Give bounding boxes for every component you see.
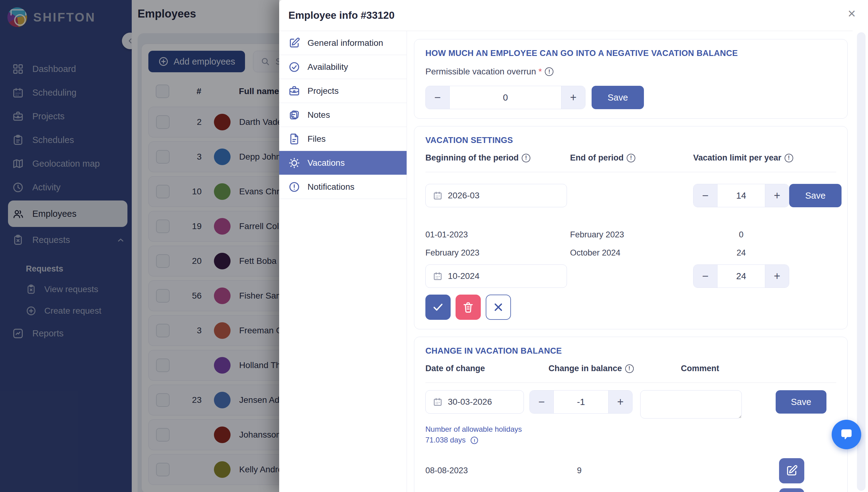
- overrun-value[interactable]: 0: [450, 86, 561, 109]
- increment-button[interactable]: +: [608, 391, 632, 413]
- x-icon: [492, 301, 505, 313]
- limit-controls: − 14 + Save: [693, 184, 847, 207]
- tab-projects[interactable]: Projects: [279, 79, 406, 103]
- tab-files[interactable]: Files: [279, 127, 406, 151]
- info-icon: [545, 67, 554, 76]
- increment-button[interactable]: +: [765, 184, 789, 207]
- close-icon[interactable]: ×: [848, 7, 856, 20]
- tab-label: Files: [307, 134, 326, 144]
- section-heading: CHANGE IN VACATION BALANCE: [425, 346, 836, 356]
- tab-label: Availability: [307, 62, 348, 72]
- section-heading: VACATION SETTINGS: [425, 136, 836, 145]
- period-end: October 2024: [570, 244, 693, 262]
- edit-period-value: 10-2024: [448, 271, 479, 281]
- calendar-icon: [433, 191, 442, 200]
- tab-label: Vacations: [307, 158, 345, 168]
- begin-period-value: 2026-03: [448, 191, 479, 200]
- column-header-label: Comment: [681, 364, 719, 373]
- vacation-period-row: 01-01-2023 February 2023 0: [425, 226, 836, 244]
- briefcase-icon: [288, 85, 300, 97]
- overrun-stepper: − 0 +: [425, 86, 585, 109]
- vacation-columns-header: Beginning of the period End of period Va…: [425, 153, 836, 163]
- begin-period-input[interactable]: 2026-03: [425, 184, 567, 207]
- chat-fab-button[interactable]: [832, 420, 861, 449]
- history-change: 9: [548, 466, 610, 475]
- vacation-edit-row: 10-2024 − 24 +: [425, 265, 836, 288]
- info-icon: [784, 154, 793, 162]
- app-screen: SHIFTON Dashboard Scheduling Projects Sc…: [0, 0, 868, 492]
- save-button[interactable]: Save: [789, 184, 842, 207]
- alert-circle-icon: [288, 181, 300, 193]
- file-icon: [288, 133, 300, 145]
- trash-icon: [462, 301, 474, 313]
- column-header-begin: Beginning of the period: [425, 153, 570, 163]
- tab-notifications[interactable]: Notifications: [279, 175, 406, 199]
- decrement-button[interactable]: −: [694, 265, 718, 288]
- limit-stepper: − 14 +: [693, 184, 789, 207]
- tab-availability[interactable]: Availability: [279, 55, 406, 79]
- decrement-button[interactable]: −: [694, 184, 718, 207]
- employee-info-modal: Employee info #33120 × General informati…: [279, 0, 868, 492]
- column-header-change: Change in balance: [548, 364, 681, 373]
- edit-limit-controls: − 24 +: [693, 265, 836, 288]
- tab-label: Projects: [307, 86, 338, 96]
- divider: [425, 383, 836, 383]
- decrement-button[interactable]: −: [426, 86, 450, 109]
- overrun-card: HOW MUCH AN EMPLOYEE CAN GO INTO A NEGAT…: [414, 39, 848, 119]
- edit-history-button[interactable]: [779, 488, 804, 492]
- period-limit: 24: [693, 244, 789, 262]
- tab-label: Notifications: [307, 182, 355, 192]
- save-button[interactable]: Save: [776, 390, 826, 414]
- modal-backdrop[interactable]: [0, 0, 279, 492]
- overrun-label: Permissible vacation overrun *: [425, 67, 836, 77]
- tab-vacations[interactable]: Vacations: [279, 151, 406, 175]
- divider: [425, 172, 836, 172]
- vacation-period-row: February 2023 October 2024 24: [425, 244, 836, 262]
- cancel-button[interactable]: [486, 295, 511, 320]
- modal-title: Employee info #33120: [288, 9, 395, 21]
- edit-history-button[interactable]: [779, 458, 804, 484]
- column-header-label: Beginning of the period: [425, 153, 519, 163]
- change-value[interactable]: -1: [554, 391, 608, 413]
- info-icon: [522, 154, 530, 162]
- column-header-date: Date of change: [425, 364, 548, 373]
- overrun-controls: − 0 + Save: [425, 86, 836, 109]
- confirm-button[interactable]: [425, 295, 451, 320]
- increment-button[interactable]: +: [765, 265, 789, 288]
- check-icon: [432, 301, 444, 313]
- required-mark: *: [539, 67, 542, 77]
- check-circle-icon: [288, 61, 300, 73]
- change-date-value: 30-03-2026: [448, 397, 492, 407]
- vacation-settings-card: VACATION SETTINGS Beginning of the perio…: [414, 126, 848, 329]
- info-icon: [627, 154, 635, 162]
- edit-actions: [425, 295, 836, 320]
- edit-period-input[interactable]: 10-2024: [425, 265, 567, 288]
- comment-input[interactable]: [640, 390, 742, 419]
- vacation-form-row: 2026-03 − 14 + Save: [425, 184, 836, 207]
- modal-nav: General information Availability Project…: [279, 31, 407, 492]
- balance-card: CHANGE IN VACATION BALANCE Date of chang…: [414, 337, 848, 492]
- save-button[interactable]: Save: [592, 86, 644, 109]
- balance-form-row: 30-03-2026 − -1 + Save: [425, 390, 836, 419]
- delete-button[interactable]: [455, 295, 481, 320]
- history-date: 08-08-2023: [425, 466, 548, 475]
- column-header-label: End of period: [570, 153, 624, 163]
- edit-icon: [785, 465, 798, 477]
- column-header-label: Date of change: [425, 364, 485, 373]
- change-date-input[interactable]: 30-03-2026: [425, 390, 524, 414]
- column-header-comment: Comment: [681, 364, 719, 373]
- period-begin: 01-01-2023: [425, 226, 570, 244]
- balance-columns-header: Date of change Change in balance Comment: [425, 364, 836, 373]
- tab-general-information[interactable]: General information: [279, 31, 406, 55]
- limit-value[interactable]: 14: [718, 184, 765, 207]
- info-icon: [625, 364, 634, 373]
- scrollbar[interactable]: [857, 32, 866, 491]
- notes-icon: [288, 109, 300, 121]
- allowable-holidays-note: Number of allowable holidays 71.038 days: [425, 424, 533, 446]
- tab-notes[interactable]: Notes: [279, 103, 406, 127]
- decrement-button[interactable]: −: [530, 391, 554, 413]
- increment-button[interactable]: +: [561, 86, 585, 109]
- tab-label: General information: [307, 38, 383, 48]
- balance-history-row: 04-09-2023 -2 vacation request was confi…: [425, 488, 836, 492]
- edit-limit-value[interactable]: 24: [718, 265, 765, 288]
